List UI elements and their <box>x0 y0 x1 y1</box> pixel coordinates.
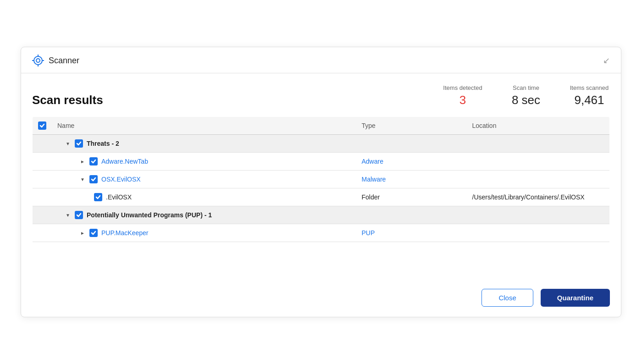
svg-point-0 <box>34 56 42 65</box>
spacer-cell <box>33 242 610 270</box>
scanner-panel: Scanner ↙ Scan results Items detected 3 … <box>21 47 621 317</box>
evilosx-label[interactable]: OSX.EvilOSX <box>101 176 141 183</box>
stat-label-detected: Items detected <box>442 84 483 91</box>
pup-chevron[interactable]: ▼ <box>65 213 71 218</box>
header-checkbox[interactable] <box>38 121 46 130</box>
spacer-row <box>33 242 610 270</box>
stats-group: Items detected 3 Scan time 8 sec Items s… <box>442 84 610 107</box>
adware-newtab-location <box>467 153 610 171</box>
threats-chevron[interactable]: ▼ <box>65 141 71 146</box>
scanner-icon <box>32 55 44 66</box>
pup-mackeeper-spacer <box>33 224 52 242</box>
table-header-row: Name Type Location <box>33 117 610 135</box>
group-threats-checkbox-cell <box>33 135 52 153</box>
adware-newtab-spacer <box>33 153 52 171</box>
stat-value-detected: 3 <box>442 93 483 107</box>
adware-newtab-type-val: Adware <box>362 158 383 165</box>
evilosx-checkbox[interactable] <box>89 175 98 183</box>
evilosx-type: Malware <box>356 171 467 188</box>
evilosx-name-inner: ▼ OSX.EvilOSX <box>57 175 351 183</box>
adware-newtab-chevron[interactable]: ► <box>79 159 86 164</box>
pup-group-checkbox[interactable] <box>75 211 83 219</box>
evilosx-child-name-inner: .EvilOSX <box>57 193 351 201</box>
pup-mackeeper-location <box>467 224 610 242</box>
stat-label-items-scanned: Items scanned <box>569 84 610 91</box>
evilosx-chevron[interactable]: ▼ <box>79 177 86 182</box>
evilosx-child-location: /Users/test/Library/Containers/.EvilOSX <box>467 188 610 206</box>
stat-label-scan-time: Scan time <box>505 84 547 91</box>
pup-group-label: Potentially Unwanted Programs (PUP) - 1 <box>87 211 212 219</box>
panel-title: Scanner <box>49 56 79 66</box>
adware-newtab-name-inner: ► Adware.NewTab <box>57 157 351 165</box>
pup-mackeeper-type: PUP <box>356 224 467 242</box>
row-pup-mackeeper: ► PUP.MacKeeper PUP <box>33 224 610 242</box>
group-pup-name-cell: ▼ Potentially Unwanted Programs (PUP) - … <box>52 206 610 224</box>
stat-scan-time: Scan time 8 sec <box>505 84 547 107</box>
group-pup-name-inner: ▼ Potentially Unwanted Programs (PUP) - … <box>57 211 604 219</box>
adware-newtab-label[interactable]: Adware.NewTab <box>101 158 148 165</box>
group-threats-name-cell: ▼ Threats - 2 <box>52 135 610 153</box>
title-row: Scanner <box>32 55 79 66</box>
quarantine-button[interactable]: Quarantine <box>541 289 610 307</box>
panel-body: Scan results Items detected 3 Scan time … <box>21 73 621 281</box>
evilosx-spacer <box>33 171 52 188</box>
threats-checkbox[interactable] <box>75 139 83 148</box>
pup-mackeeper-label[interactable]: PUP.MacKeeper <box>101 229 148 237</box>
stat-items-scanned: Items scanned 9,461 <box>569 84 610 107</box>
svg-point-1 <box>36 59 40 62</box>
row-osx-evilosx: ▼ OSX.EvilOSX Malware <box>33 171 610 188</box>
pup-mackeeper-name-inner: ► PUP.MacKeeper <box>57 229 351 237</box>
evilosx-child-checkbox[interactable] <box>94 193 102 201</box>
summary-row: Scan results Items detected 3 Scan time … <box>32 84 610 107</box>
panel-header: Scanner ↙ <box>21 47 621 73</box>
th-location: Location <box>467 117 610 135</box>
pup-mackeeper-name-cell: ► PUP.MacKeeper <box>52 224 356 242</box>
evilosx-child-type-val: Folder <box>362 193 380 201</box>
th-name: Name <box>52 117 356 135</box>
th-checkbox <box>33 117 52 135</box>
close-button[interactable]: Close <box>482 289 533 307</box>
evilosx-location <box>467 171 610 188</box>
panel-footer: Close Quarantine <box>21 281 621 317</box>
pup-mackeeper-type-val: PUP <box>362 229 375 237</box>
evilosx-child-label: .EvilOSX <box>106 193 132 201</box>
evilosx-child-name-cell: .EvilOSX <box>52 188 356 206</box>
evilosx-name-cell: ▼ OSX.EvilOSX <box>52 171 356 188</box>
evilosx-child-spacer <box>33 188 52 206</box>
pup-mackeeper-chevron[interactable]: ► <box>79 231 86 236</box>
group-threats-row: ▼ Threats - 2 <box>33 135 610 153</box>
group-pup-row: ▼ Potentially Unwanted Programs (PUP) - … <box>33 206 610 224</box>
results-table: Name Type Location ▼ Threats <box>32 116 610 270</box>
adware-newtab-type: Adware <box>356 153 467 171</box>
adware-newtab-checkbox[interactable] <box>89 157 98 165</box>
adware-newtab-name-cell: ► Adware.NewTab <box>52 153 356 171</box>
scan-results-heading: Scan results <box>32 93 442 107</box>
stat-items-detected: Items detected 3 <box>442 84 483 107</box>
stat-value-items-scanned: 9,461 <box>569 93 610 107</box>
th-type: Type <box>356 117 467 135</box>
minimize-icon[interactable]: ↙ <box>603 55 610 66</box>
row-adware-newtab: ► Adware.NewTab Adware <box>33 153 610 171</box>
row-eviosx-child: .EvilOSX Folder /Users/test/Library/Cont… <box>33 188 610 206</box>
group-threats-name-inner: ▼ Threats - 2 <box>57 139 604 148</box>
group-pup-checkbox-cell <box>33 206 52 224</box>
evilosx-child-type: Folder <box>356 188 467 206</box>
threats-group-label: Threats - 2 <box>87 140 119 147</box>
pup-mackeeper-checkbox[interactable] <box>89 229 98 237</box>
stat-value-scan-time: 8 sec <box>505 93 547 107</box>
evilosx-type-val: Malware <box>362 176 386 183</box>
